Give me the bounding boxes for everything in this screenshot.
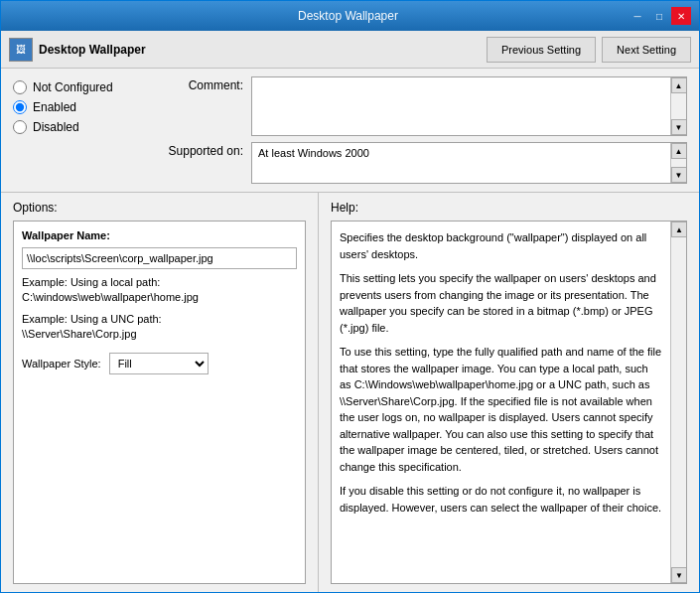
help-text: Specifies the desktop background ("wallp… [332, 222, 670, 583]
right-section: Comment: ▲ ▼ Supported on: At least Wind… [154, 76, 687, 184]
enabled-label: Enabled [33, 100, 76, 114]
help-para-3: To use this setting, type the fully qual… [340, 344, 662, 475]
options-panel: Options: Wallpaper Name: Example: Using … [1, 193, 319, 592]
help-scroll-down[interactable]: ▼ [671, 567, 687, 583]
disabled-radio[interactable] [13, 120, 27, 134]
help-scroll-up[interactable]: ▲ [671, 222, 687, 237]
window-title: Desktop Wallpaper [69, 9, 628, 23]
comment-label: Comment: [154, 76, 243, 92]
supported-scroll-up[interactable]: ▲ [671, 143, 687, 159]
maximize-button[interactable]: □ [649, 7, 669, 25]
supported-field-wrapper: At least Windows 2000 ▲ ▼ [251, 142, 687, 184]
enabled-option[interactable]: Enabled [13, 100, 142, 114]
supported-label: Supported on: [154, 142, 243, 158]
main-content: Not Configured Enabled Disabled Comment: [1, 69, 699, 592]
help-box: Specifies the desktop background ("wallp… [331, 221, 687, 584]
toolbar-title: Desktop Wallpaper [39, 43, 481, 57]
toolbar-icon: 🖼 [9, 38, 33, 62]
style-label: Wallpaper Style: [22, 358, 101, 370]
main-window: Desktop Wallpaper ─ □ ✕ 🖼 Desktop Wallpa… [0, 0, 700, 593]
scroll-down-btn[interactable]: ▼ [671, 119, 687, 135]
help-para-2: This setting lets you specify the wallpa… [340, 270, 662, 336]
example1-label: Example: Using a local path: C:\windows\… [22, 275, 297, 306]
supported-value: At least Windows 2000 [252, 143, 670, 183]
help-scroll-track [671, 237, 686, 567]
example2-value: \\Server\Share\Corp.jpg [22, 328, 137, 340]
help-para-1: Specifies the desktop background ("wallp… [340, 229, 662, 262]
toolbar-buttons: Previous Setting Next Setting [487, 37, 691, 63]
options-header: Options: [13, 201, 306, 215]
wallpaper-style-select[interactable]: Fill Stretch Tile Center Fit [109, 353, 209, 374]
disabled-label: Disabled [33, 120, 79, 134]
style-row: Wallpaper Style: Fill Stretch Tile Cente… [22, 353, 297, 374]
supported-row: Supported on: At least Windows 2000 ▲ ▼ [154, 142, 687, 184]
example2-label: Example: Using a UNC path: \\Server\Shar… [22, 312, 297, 343]
enabled-radio[interactable] [13, 100, 27, 114]
minimize-button[interactable]: ─ [628, 7, 647, 25]
options-help-section: Options: Wallpaper Name: Example: Using … [1, 193, 699, 592]
title-bar: Desktop Wallpaper ─ □ ✕ [1, 1, 699, 31]
example1-value: C:\windows\web\wallpaper\home.jpg [22, 291, 199, 303]
previous-setting-button[interactable]: Previous Setting [487, 37, 596, 63]
not-configured-radio[interactable] [13, 80, 27, 94]
not-configured-label: Not Configured [33, 80, 113, 94]
wallpaper-path-input[interactable] [22, 247, 297, 269]
options-box: Wallpaper Name: Example: Using a local p… [13, 221, 306, 584]
help-scrollbar: ▲ ▼ [670, 222, 686, 583]
desktop-icon: 🖼 [16, 44, 26, 55]
supported-scrollbar: ▲ ▼ [670, 143, 686, 183]
next-setting-button[interactable]: Next Setting [602, 37, 691, 63]
top-section: Not Configured Enabled Disabled Comment: [1, 69, 699, 193]
radio-group: Not Configured Enabled Disabled [13, 76, 142, 184]
comment-scrollbar: ▲ ▼ [670, 77, 686, 135]
window-controls: ─ □ ✕ [628, 7, 691, 25]
supported-scroll-down[interactable]: ▼ [671, 167, 687, 183]
disabled-option[interactable]: Disabled [13, 120, 142, 134]
scroll-up-btn[interactable]: ▲ [671, 77, 687, 93]
comment-textarea[interactable] [252, 77, 670, 135]
comment-row: Comment: ▲ ▼ [154, 76, 687, 136]
comment-field-wrapper: ▲ ▼ [251, 76, 687, 136]
help-panel: Help: Specifies the desktop background (… [319, 193, 699, 592]
wallpaper-name-label: Wallpaper Name: [22, 229, 297, 241]
not-configured-option[interactable]: Not Configured [13, 80, 142, 94]
help-header: Help: [331, 201, 687, 215]
toolbar: 🖼 Desktop Wallpaper Previous Setting Nex… [1, 31, 699, 69]
close-button[interactable]: ✕ [671, 7, 691, 25]
help-para-4: If you disable this setting or do not co… [340, 483, 662, 516]
